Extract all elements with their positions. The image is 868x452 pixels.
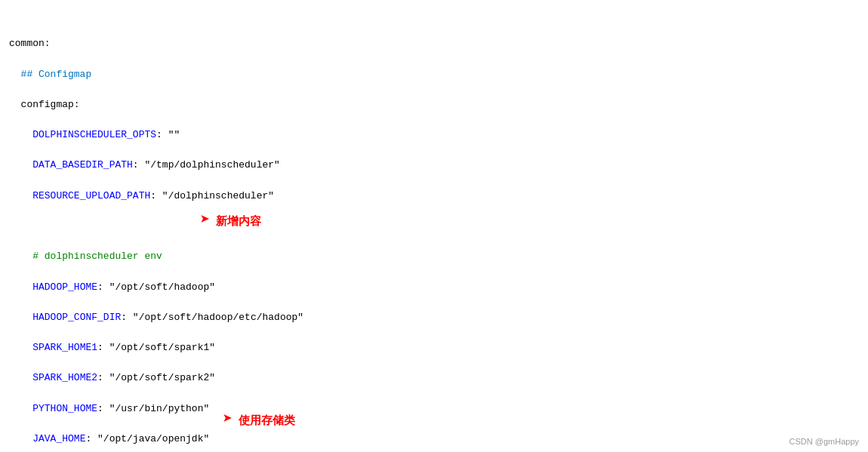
line-2: ## Configmap — [9, 67, 859, 82]
storage-class-label: 使用存储类 — [239, 414, 295, 428]
line-9: HADOOP_HOME: "/opt/soft/hadoop" — [9, 280, 859, 295]
line-7 — [9, 219, 859, 234]
line-10: HADOOP_CONF_DIR: "/opt/soft/hadoop/etc/h… — [9, 310, 859, 325]
annotation-new-content: ➤ 新增内容 — [200, 213, 261, 229]
line-3: configmap: — [9, 97, 859, 112]
arrow-right-2: ➤ — [223, 412, 232, 429]
line-1: common: — [9, 36, 859, 51]
line-13: PYTHON_HOME: "/usr/bin/python" — [9, 401, 859, 417]
new-content-label: 新增内容 — [216, 214, 261, 229]
line-8: # dolphinscheduler env — [9, 249, 859, 264]
line-14: JAVA_HOME: "/opt/java/openjdk" — [9, 432, 859, 447]
line-11: SPARK_HOME1: "/opt/soft/spark1" — [9, 340, 859, 355]
line-6: RESOURCE_UPLOAD_PATH: "/dolphinscheduler… — [9, 189, 859, 204]
code-block: common: ## Configmap configmap: DOLPHINS… — [0, 0, 868, 452]
arrow-right-1: ➤ — [200, 213, 210, 229]
annotation-storage-class: ➤ 使用存储类 — [223, 412, 295, 429]
line-5: DATA_BASEDIR_PATH: "/tmp/dolphinschedule… — [9, 158, 859, 173]
watermark: CSDN @gmHappy — [790, 437, 859, 446]
line-12: SPARK_HOME2: "/opt/soft/spark2" — [9, 371, 859, 386]
line-4: DOLPHINSCHEDULER_OPTS: "" — [9, 128, 859, 143]
